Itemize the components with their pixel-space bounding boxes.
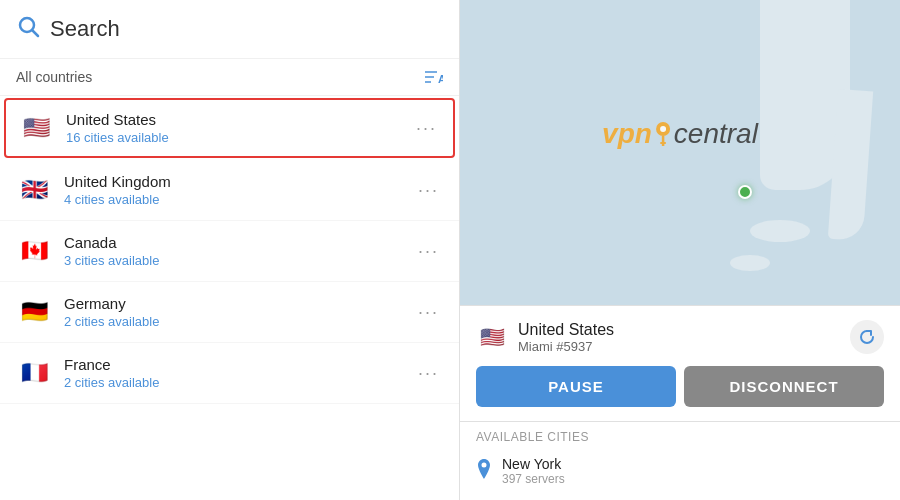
country-item-fr[interactable]: 🇫🇷 France 2 cities available ··· [0,343,459,404]
flag-fr: 🇫🇷 [16,355,52,391]
country-info-fr: France 2 cities available [64,356,414,390]
flag-uk: 🇬🇧 [16,172,52,208]
island-2 [730,255,770,271]
city-pin-icon [476,459,492,483]
country-item-de[interactable]: 🇩🇪 Germany 2 cities available ··· [0,282,459,343]
cities-de: 2 cities available [64,314,414,329]
country-name-uk: United Kingdom [64,173,414,190]
filter-bar: All countries A [0,59,459,96]
flag-de: 🇩🇪 [16,294,52,330]
available-cities-title: Available Cities [476,430,884,444]
city-name-newyork: New York [502,456,884,472]
country-item-ca[interactable]: 🇨🇦 Canada 3 cities available ··· [0,221,459,282]
country-item-uk[interactable]: 🇬🇧 United Kingdom 4 cities available ··· [0,160,459,221]
info-card-header: 🇺🇸 United States Miami #5937 [476,320,884,354]
available-cities-section: Available Cities New York 397 servers [460,421,900,500]
info-flag: 🇺🇸 [476,321,508,353]
cities-uk: 4 cities available [64,192,414,207]
left-panel: Search All countries A 🇺🇸 United States … [0,0,460,500]
flag-us: 🇺🇸 [18,110,54,146]
info-country-details: United States Miami #5937 [518,321,614,354]
right-panel: vpn central 🇺🇸 United States Miami #5937 [460,0,900,500]
refresh-button[interactable] [850,320,884,354]
svg-point-7 [660,126,666,132]
vpn-text: vpn [602,118,652,150]
filter-label: All countries [16,69,92,85]
country-info-ca: Canada 3 cities available [64,234,414,268]
info-card: 🇺🇸 United States Miami #5937 PAUSE DISCO… [460,305,900,421]
svg-text:A: A [438,73,443,85]
search-title: Search [50,16,120,42]
country-name-fr: France [64,356,414,373]
country-name-us: United States [66,111,412,128]
more-dots-uk[interactable]: ··· [414,176,443,205]
cities-us: 16 cities available [66,130,412,145]
country-name-de: Germany [64,295,414,312]
location-dot [738,185,752,199]
pause-button[interactable]: PAUSE [476,366,676,407]
more-dots-fr[interactable]: ··· [414,359,443,388]
svg-line-1 [33,31,39,37]
cities-fr: 2 cities available [64,375,414,390]
svg-rect-8 [660,142,666,144]
city-item-newyork[interactable]: New York 397 servers [476,450,884,492]
info-server: Miami #5937 [518,339,614,354]
country-info-uk: United Kingdom 4 cities available [64,173,414,207]
country-item-us[interactable]: 🇺🇸 United States 16 cities available ··· [4,98,455,158]
search-bar: Search [0,0,459,59]
city-servers-newyork: 397 servers [502,472,884,486]
disconnect-button[interactable]: DISCONNECT [684,366,884,407]
country-info-de: Germany 2 cities available [64,295,414,329]
info-country-name: United States [518,321,614,339]
more-dots-us[interactable]: ··· [412,114,441,143]
map-area: vpn central [460,0,900,305]
island-1 [750,220,810,242]
central-text: central [674,118,758,150]
more-dots-ca[interactable]: ··· [414,237,443,266]
country-name-ca: Canada [64,234,414,251]
sort-icon[interactable]: A [423,69,443,85]
more-dots-de[interactable]: ··· [414,298,443,327]
cities-ca: 3 cities available [64,253,414,268]
info-card-country: 🇺🇸 United States Miami #5937 [476,321,614,354]
vpn-watermark: vpn central [602,118,758,150]
action-buttons: PAUSE DISCONNECT [476,366,884,407]
vpn-pin-icon [654,120,672,148]
country-info-us: United States 16 cities available [66,111,412,145]
flag-ca: 🇨🇦 [16,233,52,269]
search-icon [16,14,40,44]
country-list: 🇺🇸 United States 16 cities available ···… [0,96,459,500]
city-info-newyork: New York 397 servers [502,456,884,486]
